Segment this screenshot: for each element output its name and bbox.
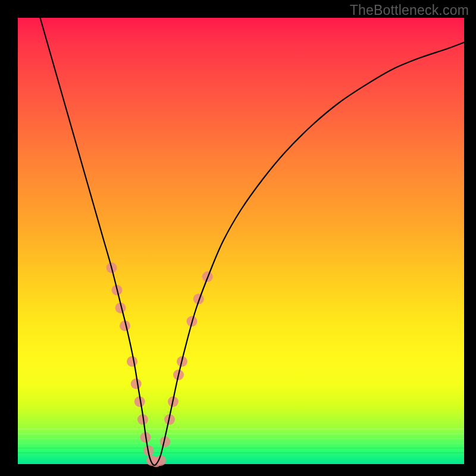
marker-dot: [127, 356, 137, 367]
curve-layer: [18, 18, 464, 464]
marker-dot: [131, 378, 142, 389]
chart-stage: TheBottleneck.com: [0, 0, 476, 476]
watermark-text: TheBottleneck.com: [350, 2, 469, 18]
marker-group: [107, 262, 213, 467]
bottleneck-curve: [40, 18, 465, 465]
plot-area: [18, 18, 464, 464]
